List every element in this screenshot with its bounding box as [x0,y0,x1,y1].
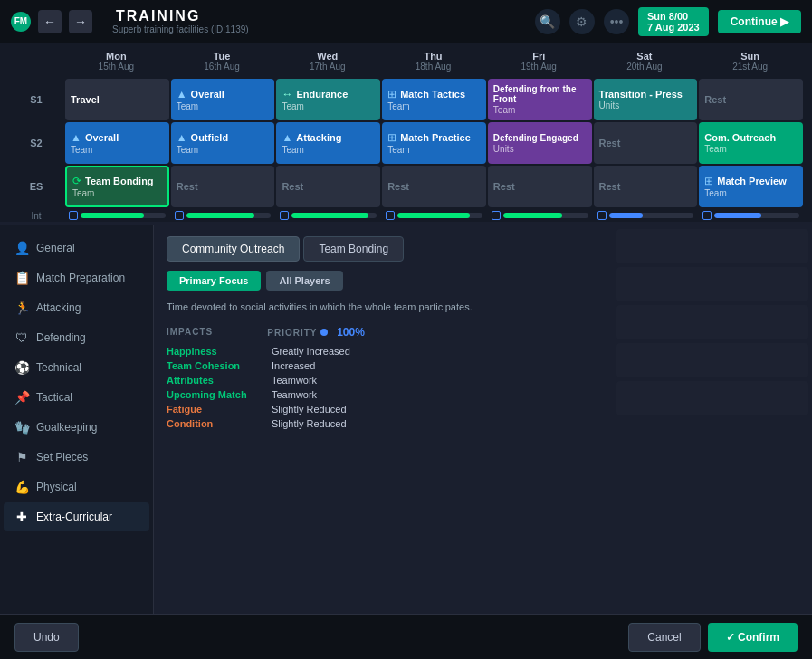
cal-cell-s1-fri[interactable]: Defending from the Front Team [488,79,592,120]
calendar-row-es: ES ⟳Team Bonding Team Rest Rest Rest Res… [9,166,803,207]
focus-row: Primary Focus All Players [167,271,600,291]
sidebar-label-general: General [36,242,75,254]
calendar-header: Mon15th Aug Tue16th Aug Wed17th Aug Thu1… [9,43,803,79]
row-label-es: ES [9,166,63,207]
general-icon: 👤 [14,241,29,255]
cal-cell-s1-sun[interactable]: Rest [699,79,803,120]
intensity-checkbox-thu [386,211,395,220]
intensity-sat [594,209,698,222]
cal-cell-es-wed[interactable]: Rest [276,166,380,207]
top-bar-right: 🔍 ⚙ ••• Sun 8/007 Aug 2023 Continue ▶ [535,7,801,36]
cal-cell-s2-wed[interactable]: ▲Attacking Team [276,122,380,164]
settings-icon[interactable]: ⚙ [569,9,595,34]
sidebar-item-tactical[interactable]: 📌 Tactical [4,383,149,412]
cal-header-wed: Wed17th Aug [274,47,380,75]
cal-cell-es-thu[interactable]: Rest [382,166,486,207]
nav-back-button[interactable]: ← [38,10,62,33]
sidebar-label-extra-curricular: Extra-Curricular [36,511,112,523]
impact-key-team-cohesion: Team Cohesion [167,360,266,371]
undo-button[interactable]: Undo [14,623,79,652]
cal-cell-s1-sat[interactable]: Transition - Press Units [594,79,698,120]
sidebar-item-physical[interactable]: 💪 Physical [4,473,149,501]
confirm-button[interactable]: ✓ Confirm [708,623,798,652]
impact-val-attributes: Teamwork [272,375,317,386]
intensity-checkbox-wed [280,211,289,220]
impacts-header: IMPACTS PRIORITY 100% [167,326,600,339]
impact-row-condition: Condition Slightly Reduced [167,418,600,429]
cal-cell-s2-tue[interactable]: ▲Outfield Team [171,122,275,164]
training-description: Time devoted to social activities in whi… [167,300,600,315]
intensity-sun [699,209,803,222]
cal-cell-s2-thu[interactable]: ⊞Match Practice Team [382,122,486,164]
set-pieces-icon: ⚑ [14,450,29,464]
primary-focus-button[interactable]: Primary Focus [167,271,261,291]
cal-cell-es-mon[interactable]: ⟳Team Bonding Team [65,166,169,207]
cancel-button[interactable]: Cancel [628,623,700,652]
sidebar-item-set-pieces[interactable]: ⚑ Set Pieces [4,443,149,472]
cal-cell-s2-fri[interactable]: Defending Engaged Units [488,122,592,164]
intensity-checkbox-fri [492,211,501,220]
impact-row-happiness: Happiness Greatly Increased [167,346,600,357]
intensity-fri [488,209,592,222]
search-icon[interactable]: 🔍 [535,9,560,34]
cal-header-thu: Thu18th Aug [380,47,486,75]
intensity-wed [276,209,380,222]
intensity-checkbox-sun [702,211,712,220]
match-prep-icon: 📋 [14,271,29,285]
cal-cell-es-sat[interactable]: Rest [594,166,698,207]
impact-row-team-cohesion: Team Cohesion Increased [167,360,600,371]
cal-header-sun: Sun21st Aug [697,47,803,75]
cal-cell-es-fri[interactable]: Rest [488,166,592,207]
intensity-checkbox-mon [69,211,78,220]
impact-key-condition: Condition [167,418,266,429]
nav-forward-button[interactable]: → [69,10,92,33]
cal-cell-es-tue[interactable]: Rest [171,166,275,207]
cal-cell-s1-thu[interactable]: ⊞Match Tactics Team [382,79,486,120]
intensity-label: Int [9,211,63,221]
impact-val-fatigue: Slightly Reduced [272,404,347,415]
sidebar-label-tactical: Tactical [36,391,72,404]
cal-header-tue: Tue16th Aug [169,47,275,75]
intensity-checkbox-tue [175,211,184,220]
cal-cell-es-sun[interactable]: ⊞Match Preview Team [699,166,803,207]
impact-row-fatigue: Fatigue Slightly Reduced [167,404,600,415]
row-label-empty [9,47,63,75]
sidebar-item-defending[interactable]: 🛡 Defending [4,323,149,352]
bottom-bar: Undo Cancel ✓ Confirm [0,614,812,659]
intensity-checkbox-sat [597,211,607,220]
current-date: Sun 8/007 Aug 2023 [638,7,709,36]
calendar-row-s2: S2 ▲Overall Team ▲Outfield Team ▲Attacki… [9,122,803,164]
impact-val-happiness: Greatly Increased [272,346,350,357]
sidebar-item-general[interactable]: 👤 General [4,234,149,263]
sidebar-item-attacking[interactable]: 🏃 Attacking [4,293,149,322]
sidebar-item-match-preparation[interactable]: 📋 Match Preparation [4,263,149,292]
continue-button[interactable]: Continue ▶ [718,10,801,33]
cal-cell-s1-wed[interactable]: ↔Endurance Team [276,79,380,120]
sidebar-label-match-preparation: Match Preparation [36,272,125,284]
defending-icon: 🛡 [14,330,29,345]
priority-label: PRIORITY [267,328,317,338]
more-icon[interactable]: ••• [604,9,629,34]
cal-cell-s2-sun[interactable]: Com. Outreach Team [699,122,803,164]
calendar-row-s1: S1 Travel ▲Overall Team ↔Endurance Team … [9,79,803,120]
all-players-button[interactable]: All Players [266,271,342,291]
tab-team-bonding[interactable]: Team Bonding [303,236,404,262]
priority-section: PRIORITY 100% [267,326,365,339]
right-panel-blurred [613,225,812,642]
cal-cell-s2-sat[interactable]: Rest [594,122,698,164]
cal-cell-s1-mon[interactable]: Travel [65,79,169,120]
sidebar-item-technical[interactable]: ⚽ Technical [4,353,149,382]
sidebar-label-set-pieces: Set Pieces [36,451,88,463]
sidebar-label-technical: Technical [36,361,81,374]
sidebar-item-extra-curricular[interactable]: ✚ Extra-Curricular [4,502,149,531]
cal-header-sat: Sat20th Aug [592,47,698,75]
tab-community-outreach[interactable]: Community Outreach [167,236,300,262]
cal-cell-s1-tue[interactable]: ▲Overall Team [171,79,275,120]
sidebar-item-goalkeeping[interactable]: 🧤 Goalkeeping [4,413,149,442]
sidebar-label-goalkeeping: Goalkeeping [36,421,97,434]
sidebar-label-attacking: Attacking [36,301,81,314]
technical-icon: ⚽ [14,360,29,375]
bottom-right-actions: Cancel ✓ Confirm [628,623,798,652]
cal-header-mon: Mon15th Aug [63,47,169,75]
cal-cell-s2-mon[interactable]: ▲Overall Team [65,122,169,164]
